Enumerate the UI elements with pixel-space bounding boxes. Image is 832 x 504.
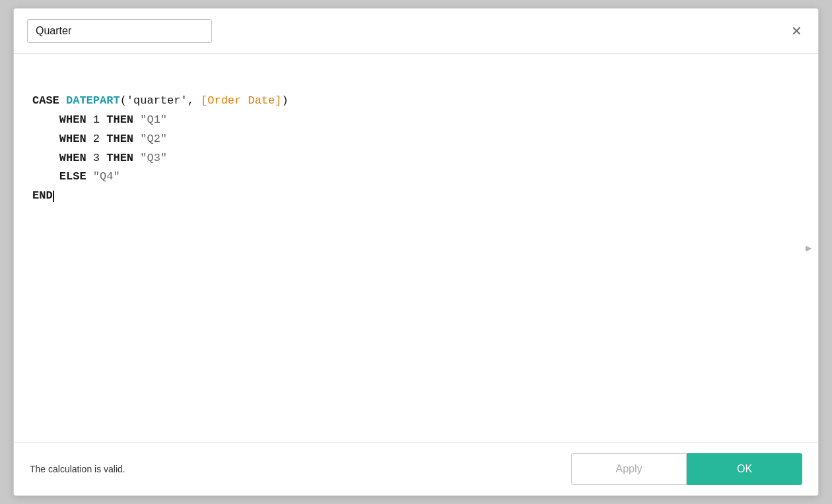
dialog-footer: The calculation is valid. Apply OK bbox=[14, 442, 818, 495]
close-icon: ✕ bbox=[791, 24, 802, 38]
validation-message: The calculation is valid. bbox=[30, 464, 125, 474]
q4-value: "Q4" bbox=[93, 170, 120, 183]
close-button[interactable]: ✕ bbox=[788, 22, 805, 40]
then-3-keyword: THEN bbox=[106, 152, 133, 164]
order-date-field: [Order Date] bbox=[201, 94, 281, 107]
formula-editor[interactable]: CASE DATEPART('quarter', [Order Date]) W… bbox=[14, 54, 818, 442]
else-keyword: ELSE bbox=[59, 170, 87, 183]
when-2-keyword: WHEN bbox=[59, 133, 87, 145]
paren-open: ('quarter', bbox=[120, 94, 201, 107]
q3-value: "Q3" bbox=[140, 152, 167, 164]
paren-close: ) bbox=[281, 94, 288, 107]
when-3-keyword: WHEN bbox=[59, 152, 87, 164]
field-name-input[interactable] bbox=[27, 19, 212, 43]
when-1-keyword: WHEN bbox=[59, 113, 87, 126]
datepart-function: DATEPART bbox=[66, 94, 120, 107]
scroll-right-arrow: ▶ bbox=[806, 243, 812, 253]
then-2-keyword: THEN bbox=[106, 133, 133, 145]
ok-button[interactable]: OK bbox=[687, 453, 802, 485]
q2-value: "Q2" bbox=[140, 133, 167, 145]
code-display: CASE DATEPART('quarter', [Order Date]) W… bbox=[32, 73, 800, 225]
q1-value: "Q1" bbox=[140, 113, 167, 126]
text-cursor bbox=[53, 191, 54, 202]
end-keyword: END bbox=[32, 189, 53, 202]
num-3: 3 bbox=[93, 152, 100, 164]
calculated-field-dialog: ✕ CASE DATEPART('quarter', [Order Date])… bbox=[13, 8, 819, 496]
num-2: 2 bbox=[93, 133, 100, 145]
dialog-header: ✕ bbox=[14, 9, 818, 54]
apply-button[interactable]: Apply bbox=[571, 453, 687, 485]
num-1: 1 bbox=[93, 113, 100, 126]
footer-buttons: Apply OK bbox=[571, 453, 802, 485]
then-1-keyword: THEN bbox=[106, 113, 133, 126]
case-keyword: CASE bbox=[32, 94, 59, 107]
